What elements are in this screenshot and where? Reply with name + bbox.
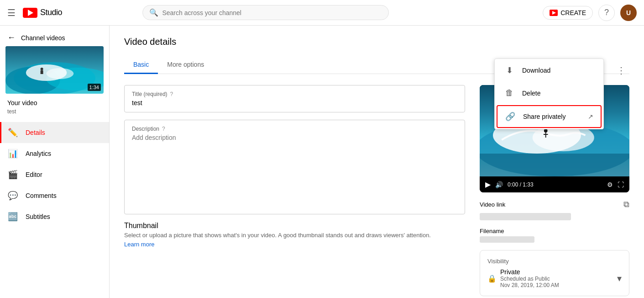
volume-button[interactable]: 🔊 [495, 181, 503, 188]
visibility-dropdown[interactable]: ▾ [617, 273, 622, 284]
sidebar-comments-label: Comments [26, 192, 57, 199]
download-label: Download [522, 67, 594, 74]
help-button[interactable]: ? [598, 5, 615, 21]
description-label: Description ? [132, 126, 457, 132]
svg-point-13 [544, 129, 548, 133]
description-field-group: Description ? [124, 120, 465, 214]
search-bar: 🔍 [142, 5, 389, 20]
sidebar-analytics-label: Analytics [26, 150, 51, 157]
title-field-group: Title (required) ? [124, 85, 465, 112]
time-display: 0:00 / 1:33 [508, 181, 602, 188]
sidebar-item-subtitles[interactable]: 🔤 Subtitles [0, 206, 109, 227]
help-icon: ? [604, 8, 609, 17]
visibility-date: Nov 28, 2019, 12:00 AM [500, 282, 617, 288]
thumb-bg-image: 1:34 [5, 46, 104, 94]
sidebar-video-name: Your video [0, 99, 109, 108]
top-nav: ☰ Studio 🔍 CREATE ? U [0, 0, 644, 26]
title-help-icon[interactable]: ? [170, 91, 173, 97]
studio-text: Studio [40, 8, 62, 17]
settings-button[interactable]: ⚙ [607, 181, 613, 188]
share-external-icon: ↗ [588, 113, 593, 120]
filename-value [480, 236, 534, 243]
copy-link-button[interactable]: ⧉ [623, 200, 629, 209]
three-dot-button[interactable]: ⋮ [617, 65, 626, 76]
visibility-header: Visibility [487, 258, 622, 265]
description-help-icon[interactable]: ? [162, 126, 165, 132]
delete-label: Delete [522, 90, 594, 97]
share-label: Share privately [523, 113, 581, 120]
svg-rect-12 [480, 154, 629, 176]
analytics-icon: 📊 [7, 149, 18, 159]
video-info: Video link ⧉ Filename [480, 200, 629, 243]
context-menu: ⬇ Download 🗑 Delete 🔗 Share privately ↗ [494, 59, 604, 129]
sidebar-editor-label: Editor [26, 171, 42, 178]
description-input[interactable] [132, 134, 457, 207]
video-duration: 1:34 [88, 84, 101, 91]
visibility-info: Private Scheduled as Public Nov 28, 2019… [500, 268, 617, 288]
back-icon: ← [7, 33, 16, 43]
avatar-initials: U [626, 9, 631, 16]
sidebar-subtitles-label: Subtitles [26, 213, 50, 220]
thumbnail-title: Thumbnail [124, 222, 465, 230]
sidebar-item-comments[interactable]: 💬 Comments [0, 185, 109, 206]
nav-right: CREATE ? U [543, 5, 637, 21]
filename-label: Filename [480, 228, 629, 234]
sidebar-back[interactable]: ← Channel videos [0, 26, 109, 46]
form-section: Title (required) ? Description ? Thumbna… [124, 85, 465, 296]
create-video-icon [550, 10, 558, 16]
sidebar-back-label: Channel videos [21, 34, 65, 42]
sidebar-item-analytics[interactable]: 📊 Analytics [0, 143, 109, 164]
thumbnail-learn-more[interactable]: Learn more [124, 241, 154, 248]
visibility-section: Visibility 🔒 Private Scheduled as Public… [480, 250, 629, 296]
player-controls: ▶ 🔊 0:00 / 1:33 ⚙ ⛶ [480, 176, 629, 192]
video-link-label: Video link [480, 201, 505, 208]
svg-rect-7 [41, 70, 43, 74]
page-title: Video details [124, 37, 629, 47]
download-menu-item[interactable]: ⬇ Download [495, 59, 603, 82]
play-button[interactable]: ▶ [485, 180, 491, 189]
avatar[interactable]: U [620, 5, 637, 21]
title-input[interactable] [132, 99, 457, 106]
editor-icon: 🎬 [7, 170, 18, 180]
create-label: CREATE [560, 9, 586, 16]
create-play-icon [552, 11, 556, 15]
fullscreen-button[interactable]: ⛶ [618, 181, 624, 188]
thumbnail-description: Select or upload a picture that shows wh… [124, 232, 465, 239]
search-wrap: 🔍 [142, 5, 389, 20]
share-icon: 🔗 [505, 112, 516, 122]
search-input[interactable] [162, 9, 382, 16]
logo[interactable]: Studio [23, 8, 62, 18]
share-privately-menu-item[interactable]: 🔗 Share privately ↗ [497, 105, 602, 128]
play-icon [28, 10, 33, 16]
subtitles-icon: 🔤 [7, 212, 18, 222]
sidebar-thumbnail: 1:34 [5, 46, 104, 94]
search-icon: 🔍 [149, 8, 158, 17]
sidebar-item-editor[interactable]: 🎬 Editor [0, 164, 109, 185]
sidebar-item-details[interactable]: ✏️ Details [0, 122, 109, 143]
sidebar-video-sub: test [0, 108, 109, 122]
title-label: Title (required) ? [132, 91, 457, 97]
create-button[interactable]: CREATE [543, 6, 593, 20]
youtube-logo-icon [23, 8, 37, 18]
delete-menu-item[interactable]: 🗑 Delete [495, 82, 603, 104]
visibility-status: Private [500, 268, 617, 276]
visibility-row: 🔒 Private Scheduled as Public Nov 28, 20… [487, 268, 622, 288]
visibility-scheduled: Scheduled as Public [500, 276, 617, 282]
hamburger-menu[interactable]: ☰ [7, 7, 16, 18]
video-link-value [480, 213, 571, 220]
video-link-row: Video link ⧉ [480, 200, 629, 209]
delete-icon: 🗑 [504, 88, 515, 98]
tab-basic[interactable]: Basic [124, 56, 158, 74]
tab-more-options[interactable]: More options [158, 56, 213, 74]
svg-point-5 [47, 68, 74, 79]
sidebar: ← Channel videos [0, 26, 110, 298]
thumbnail-section: Thumbnail Select or upload a picture tha… [124, 222, 465, 248]
comments-icon: 💬 [7, 191, 18, 201]
visibility-icon: 🔒 [487, 274, 497, 283]
details-icon: ✏️ [7, 128, 18, 138]
download-icon: ⬇ [504, 65, 515, 75]
sidebar-details-label: Details [26, 129, 45, 136]
svg-point-6 [41, 68, 43, 70]
